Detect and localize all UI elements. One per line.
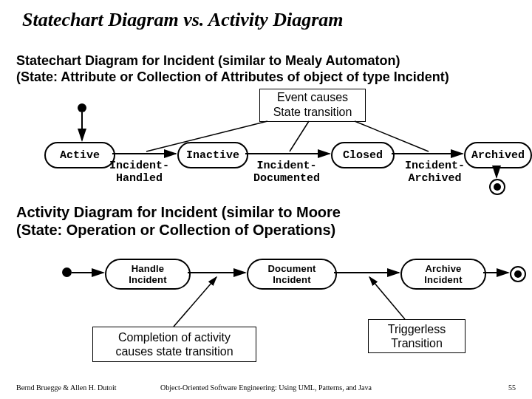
event-causes-line2: State transition [273, 106, 352, 118]
activity-header: Activity Diagram for Incident (similar t… [16, 203, 341, 239]
activity-initial-dot [62, 267, 72, 277]
activity-final-inner [514, 270, 522, 278]
footer-page-number: 55 [508, 383, 516, 392]
caption-completion-box: Completion of activity causes state tran… [92, 327, 256, 362]
transition-incident-archived: Incident- Archived [405, 160, 465, 185]
svg-line-13 [369, 277, 405, 319]
event-causes-box: Event causes State transition [259, 89, 366, 122]
state-archived: Archived [464, 142, 532, 168]
state-closed: Closed [331, 142, 395, 168]
transition-incident-handled: Incident- Handled [109, 160, 169, 185]
activity-final-marker [510, 266, 526, 282]
activity-archive-incident: Archive Incident [400, 259, 486, 290]
state-active: Active [44, 142, 115, 168]
statechart-subtitle-1: Statechart Diagram for Incident (similar… [16, 53, 400, 69]
event-causes-line1: Event causes [277, 91, 348, 103]
page-title: Statechart Diagram vs. Activity Diagram [22, 9, 344, 31]
final-state-marker [489, 179, 505, 195]
slide: Statechart Diagram vs. Activity Diagram … [0, 0, 532, 399]
final-state-inner [494, 183, 501, 191]
footer-title: Object-Oriented Software Engineering: Us… [0, 383, 532, 392]
activity-document-incident: Document Incident [247, 259, 337, 290]
caption-triggerless-box: Triggerless Transition [368, 319, 466, 353]
statechart-subtitle-2: (State: Attribute or Collection of Attri… [16, 69, 449, 85]
initial-state-dot [78, 103, 86, 112]
activity-handle-incident: Handle Incident [105, 259, 191, 290]
svg-line-6 [290, 121, 309, 151]
transition-incident-documented: Incident- Documented [253, 160, 320, 185]
state-inactive: Inactive [177, 142, 248, 168]
